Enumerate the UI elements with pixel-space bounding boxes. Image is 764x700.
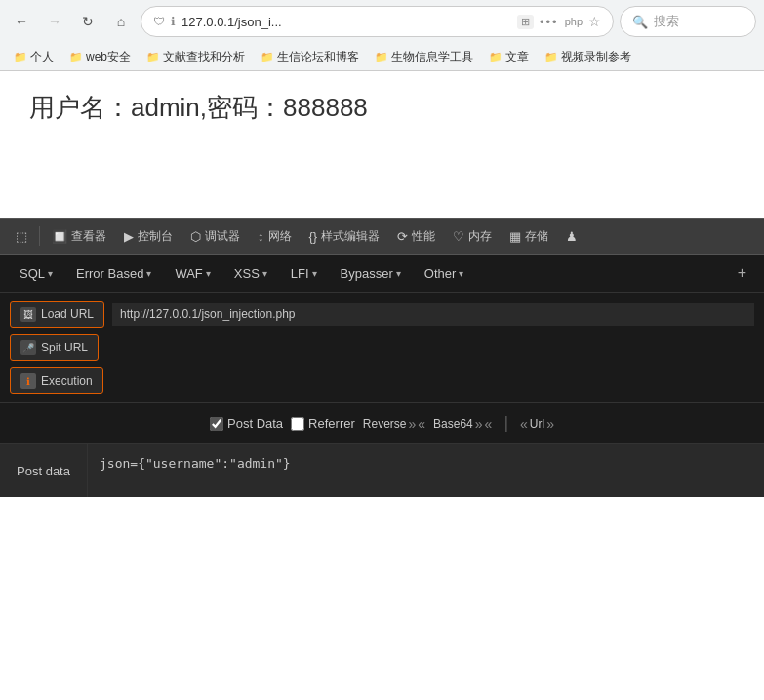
- url-encode-label: Url: [530, 417, 544, 431]
- forward-button[interactable]: →: [41, 8, 68, 35]
- address-bar[interactable]: 🛡 ℹ 127.0.0.1/json_i... ⊞ ••• php ☆: [141, 6, 614, 37]
- waf-dropdown-arrow: ▾: [206, 268, 211, 279]
- home-button[interactable]: ⌂: [107, 8, 135, 35]
- hackbar-menu-row: SQL ▾ Error Based ▾ WAF ▾ XSS ▾ LFI ▾ By…: [0, 255, 764, 293]
- spit-label: Spit URL: [41, 341, 88, 354]
- referrer-checkbox[interactable]: [291, 417, 304, 431]
- style-editor-btn[interactable]: {} 样式编辑器: [302, 225, 388, 249]
- exec-button[interactable]: ℹ Execution: [10, 367, 103, 394]
- php-badge: php: [565, 16, 583, 27]
- debugger-btn[interactable]: ⬡ 调试器: [182, 225, 248, 249]
- grid-icon: ⊞: [517, 15, 534, 29]
- url-display: 127.0.0.1/json_i...: [181, 15, 511, 29]
- lfi-dropdown-arrow: ▾: [312, 268, 317, 279]
- more-icon: •••: [540, 15, 559, 29]
- folder-icon: 📁: [69, 51, 83, 63]
- memory-label: 内存: [468, 228, 492, 245]
- browser-chrome: ← → ↻ ⌂ 🛡 ℹ 127.0.0.1/json_i... ⊞ ••• ph…: [0, 0, 764, 71]
- pipe-separator: |: [503, 413, 508, 433]
- bookmark-label: 生信论坛和博客: [277, 49, 359, 65]
- other-menu[interactable]: Other ▾: [415, 262, 474, 286]
- referrer-label: Referrer: [308, 416, 355, 431]
- folder-icon: 📁: [375, 51, 388, 63]
- page-title: 用户名：admin,密码：888888: [29, 91, 735, 125]
- reverse-right-arrow: »: [408, 416, 416, 432]
- waf-menu[interactable]: WAF ▾: [165, 262, 220, 286]
- accessibility-icon: ♟: [566, 229, 578, 244]
- browser-toolbar: ← → ↻ ⌂ 🛡 ℹ 127.0.0.1/json_i... ⊞ ••• ph…: [0, 0, 764, 43]
- bookmark-label: 视频录制参考: [561, 49, 631, 65]
- responsive-design-btn[interactable]: ⬚: [8, 226, 35, 248]
- post-data-option[interactable]: Post Data: [210, 416, 283, 431]
- network-btn[interactable]: ↕ 网络: [250, 225, 300, 249]
- lfi-label: LFI: [291, 267, 309, 281]
- inspector-btn[interactable]: 🔲 查看器: [44, 225, 114, 249]
- xss-menu[interactable]: XSS ▾: [224, 262, 277, 286]
- sql-menu[interactable]: SQL ▾: [10, 262, 62, 286]
- search-box[interactable]: 🔍 搜索: [620, 6, 756, 37]
- reverse-option[interactable]: Reverse » «: [363, 416, 425, 432]
- memory-btn[interactable]: ♡ 内存: [445, 225, 500, 249]
- bypasser-dropdown-arrow: ▾: [396, 268, 401, 279]
- devtools-separator: [39, 226, 40, 246]
- sql-label: SQL: [20, 267, 45, 281]
- console-btn[interactable]: ▶ 控制台: [116, 225, 181, 249]
- spit-url-row: 🎤 Spit URL: [10, 334, 754, 361]
- base64-left-arrow: «: [485, 416, 493, 432]
- network-icon: ↕: [258, 229, 264, 244]
- responsive-icon: ⬚: [16, 229, 27, 244]
- bookmark-video[interactable]: 📁 视频录制参考: [539, 47, 637, 67]
- load-url-row: 🖼 Load URL: [10, 301, 754, 328]
- exec-label: Execution: [41, 374, 93, 388]
- error-based-menu[interactable]: Error Based ▾: [66, 262, 161, 286]
- folder-icon: 📁: [544, 51, 558, 63]
- hackbar: SQL ▾ Error Based ▾ WAF ▾ XSS ▾ LFI ▾ By…: [0, 255, 764, 497]
- accessibility-btn[interactable]: ♟: [558, 226, 585, 248]
- bookmark-label: 文章: [505, 49, 529, 65]
- plus-btn[interactable]: +: [730, 261, 754, 286]
- storage-btn[interactable]: ▦ 存储: [502, 225, 556, 249]
- style-editor-label: 样式编辑器: [321, 228, 380, 245]
- debugger-icon: ⬡: [190, 229, 201, 244]
- post-data-key: Post data: [0, 444, 88, 497]
- style-editor-icon: {}: [309, 229, 318, 244]
- referrer-option[interactable]: Referrer: [291, 416, 355, 431]
- bookmark-articles[interactable]: 📁 文章: [483, 47, 535, 67]
- post-data-input[interactable]: json={"username":"admin"}: [88, 444, 764, 497]
- inspector-label: 查看器: [71, 228, 106, 245]
- page-content: 用户名：admin,密码：888888: [0, 71, 764, 218]
- exec-row: ℹ Execution: [10, 367, 754, 394]
- url-left-arrow: «: [520, 416, 528, 432]
- other-dropdown-arrow: ▾: [459, 268, 463, 279]
- storage-icon: ▦: [509, 229, 521, 244]
- folder-icon: 📁: [261, 51, 274, 63]
- reload-button[interactable]: ↻: [74, 8, 101, 35]
- waf-label: WAF: [175, 267, 202, 281]
- bookmark-label: web安全: [86, 49, 131, 65]
- url-input[interactable]: [112, 303, 754, 326]
- bookmark-bioforum[interactable]: 📁 生信论坛和博客: [255, 47, 365, 67]
- memory-icon: ♡: [453, 229, 464, 244]
- bypasser-menu[interactable]: Bypasser ▾: [331, 262, 411, 286]
- bookmark-label: 生物信息学工具: [391, 49, 473, 65]
- reverse-left-arrow: «: [418, 416, 425, 432]
- spit-url-button[interactable]: 🎤 Spit URL: [10, 334, 99, 361]
- post-data-checkbox[interactable]: [210, 417, 223, 431]
- back-button[interactable]: ←: [8, 8, 35, 35]
- bookmark-literature[interactable]: 📁 文献查找和分析: [141, 47, 251, 67]
- spit-icon: 🎤: [20, 340, 36, 355]
- search-icon: 🔍: [632, 15, 648, 29]
- base64-option[interactable]: Base64 » «: [433, 416, 492, 432]
- exec-icon: ℹ: [20, 373, 36, 389]
- bookmark-personal[interactable]: 📁 个人: [8, 47, 60, 67]
- post-data-key-text: Post data: [17, 464, 70, 478]
- url-option[interactable]: « Url »: [520, 416, 554, 432]
- shield-icon: 🛡: [153, 15, 165, 28]
- post-data-area: Post data json={"username":"admin"}: [0, 443, 764, 497]
- lfi-menu[interactable]: LFI ▾: [281, 262, 327, 286]
- load-url-button[interactable]: 🖼 Load URL: [10, 301, 104, 328]
- performance-btn[interactable]: ⟳ 性能: [389, 225, 443, 249]
- bookmark-websec[interactable]: 📁 web安全: [63, 47, 137, 67]
- bookmark-biotools[interactable]: 📁 生物信息学工具: [369, 47, 479, 67]
- base64-right-arrow: »: [475, 416, 483, 432]
